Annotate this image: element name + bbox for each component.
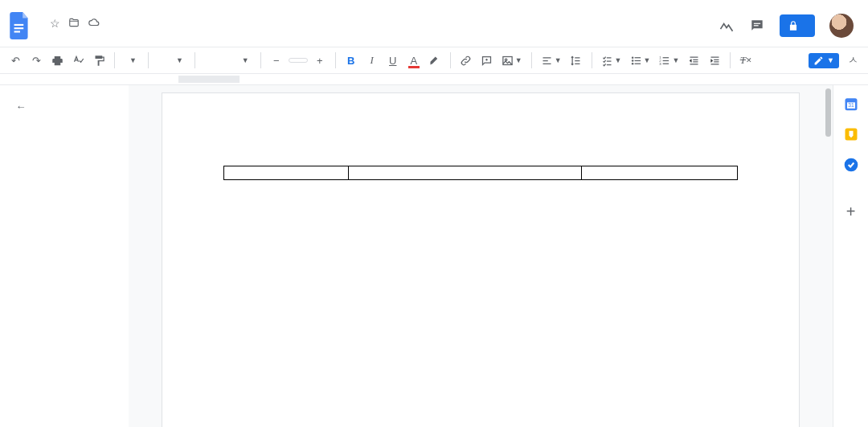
paint-format-button[interactable]: [90, 51, 108, 70]
zoom-select[interactable]: ▼: [121, 54, 141, 67]
clear-formatting-button[interactable]: T✕: [737, 51, 755, 70]
cloud-status-icon[interactable]: [88, 17, 100, 31]
menu-file[interactable]: [37, 32, 47, 37]
svg-rect-4: [754, 25, 759, 26]
menu-insert[interactable]: [71, 32, 80, 37]
svg-rect-12: [634, 63, 641, 64]
th-desc[interactable]: [349, 166, 582, 180]
svg-point-7: [631, 56, 633, 59]
indent-dec-button[interactable]: [685, 51, 702, 70]
numbered-list-button[interactable]: 123▼: [656, 51, 682, 70]
document-canvas[interactable]: [129, 85, 833, 427]
agenda-table[interactable]: [223, 166, 738, 180]
svg-rect-16: [663, 57, 669, 58]
svg-rect-1: [14, 27, 24, 29]
tasks-icon[interactable]: [842, 156, 860, 174]
bold-button[interactable]: B: [342, 51, 360, 70]
calendar-icon[interactable]: 31: [842, 95, 860, 113]
move-icon[interactable]: [68, 17, 80, 31]
svg-rect-11: [634, 60, 641, 60]
docs-logo[interactable]: [6, 8, 34, 43]
redo-button[interactable]: ↷: [27, 51, 45, 70]
svg-point-9: [631, 63, 633, 65]
svg-rect-17: [663, 60, 669, 60]
svg-rect-3: [754, 23, 760, 24]
indent-inc-button[interactable]: [706, 51, 723, 70]
comments-icon[interactable]: [749, 18, 765, 34]
avatar[interactable]: [829, 14, 854, 38]
th-topic[interactable]: [224, 166, 349, 180]
side-panel: 31 +: [833, 85, 868, 427]
insert-image-button[interactable]: ▼: [499, 51, 525, 70]
underline-button[interactable]: U: [384, 51, 402, 70]
paragraph-style-select[interactable]: ▼: [155, 54, 188, 67]
highlight-button[interactable]: [426, 51, 444, 70]
print-button[interactable]: [48, 51, 66, 70]
collapse-toolbar-button[interactable]: ㅅ: [844, 51, 862, 70]
ruler[interactable]: [0, 74, 868, 85]
font-select[interactable]: ▼: [202, 54, 254, 67]
star-icon[interactable]: ☆: [50, 17, 60, 31]
fontsize-input[interactable]: [289, 58, 308, 63]
menu-tools[interactable]: [93, 32, 103, 37]
svg-rect-2: [14, 31, 20, 32]
fontsize-dec-button[interactable]: −: [268, 51, 285, 70]
editing-mode-button[interactable]: ▼: [809, 53, 839, 68]
activity-icon[interactable]: [719, 18, 735, 34]
align-button[interactable]: ▼: [538, 51, 564, 70]
menu-help[interactable]: [116, 32, 125, 37]
italic-button[interactable]: I: [363, 51, 381, 70]
menu-addons[interactable]: [104, 32, 114, 37]
svg-rect-0: [14, 24, 24, 26]
side-add-button[interactable]: +: [846, 203, 856, 221]
checklist-button[interactable]: ▼: [599, 51, 624, 70]
svg-point-8: [631, 60, 633, 62]
spellcheck-button[interactable]: [69, 51, 87, 70]
undo-button[interactable]: ↶: [6, 51, 24, 70]
menu-view[interactable]: [59, 32, 69, 37]
svg-text:3: 3: [660, 61, 662, 65]
keep-icon[interactable]: [842, 125, 860, 143]
add-comment-button[interactable]: [478, 51, 496, 70]
fontsize-inc-button[interactable]: +: [311, 51, 329, 70]
share-button[interactable]: [780, 14, 815, 37]
scrollbar-thumb[interactable]: [825, 88, 831, 137]
svg-point-6: [505, 59, 507, 61]
outline-back-button[interactable]: ←: [11, 96, 31, 116]
bullet-list-button[interactable]: ▼: [628, 51, 653, 70]
outline-panel: ←: [0, 85, 129, 427]
menu-format[interactable]: [82, 32, 92, 37]
doc-title[interactable]: [37, 22, 43, 25]
toolbar: ↶ ↷ ▼ ▼ ▼ − + B I U A ▼ ▼ ▼ ▼ 123▼ T✕ ▼ …: [0, 47, 868, 74]
svg-rect-10: [634, 57, 641, 58]
svg-rect-18: [663, 63, 669, 64]
menu-edit[interactable]: [48, 32, 58, 37]
th-name[interactable]: [582, 166, 738, 180]
text-color-button[interactable]: A: [405, 51, 423, 70]
insert-link-button[interactable]: [457, 51, 475, 70]
svg-text:31: 31: [848, 102, 854, 108]
page[interactable]: [162, 93, 799, 427]
line-spacing-button[interactable]: [567, 51, 585, 70]
